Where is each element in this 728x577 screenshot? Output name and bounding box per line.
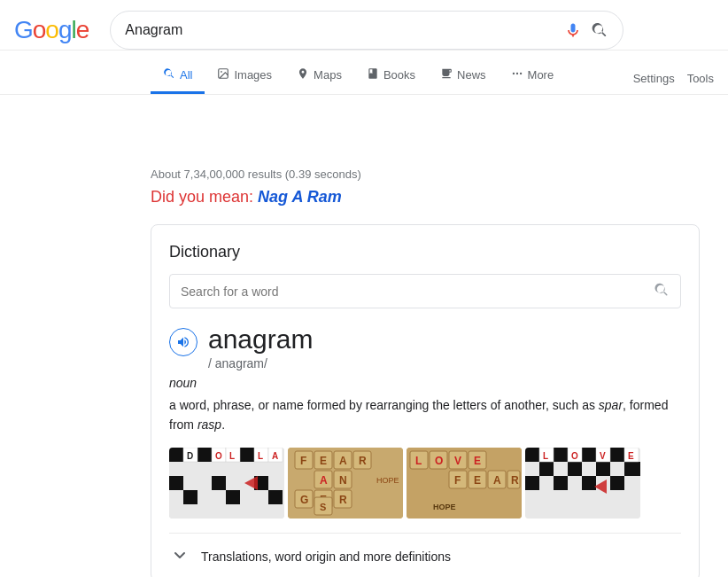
tab-all-label: All	[180, 68, 192, 82]
tab-books[interactable]: Books	[354, 58, 428, 94]
definition-end: .	[221, 417, 225, 432]
word-image-1[interactable]: D O L L A	[169, 448, 284, 519]
svg-text:E: E	[474, 474, 481, 487]
search-input[interactable]	[125, 22, 564, 38]
svg-text:N: N	[339, 474, 347, 487]
tab-news[interactable]: News	[428, 58, 499, 94]
images-tab-icon	[217, 67, 229, 82]
svg-text:O: O	[571, 451, 578, 461]
tab-books-label: Books	[383, 68, 415, 82]
word-image-4[interactable]: L O V E	[525, 448, 640, 519]
svg-rect-8	[240, 448, 254, 462]
svg-rect-75	[525, 476, 539, 490]
svg-point-3	[515, 73, 517, 74]
tab-images[interactable]: Images	[205, 58, 284, 94]
dictionary-card: Dictionary anagram / anagram/ noun	[151, 224, 700, 577]
translations-row[interactable]: Translations, word origin and more defin…	[169, 533, 681, 577]
books-tab-icon	[367, 67, 379, 82]
scrabble-svg-3: L O V E F E A R HOPE	[407, 448, 522, 519]
svg-rect-10	[212, 476, 226, 490]
tab-maps-label: Maps	[314, 68, 342, 82]
svg-text:A: A	[272, 451, 278, 461]
svg-text:A: A	[320, 474, 328, 487]
tab-more-label: More	[528, 68, 554, 82]
svg-rect-68	[554, 448, 568, 462]
logo-o1: o	[33, 16, 46, 43]
tab-all[interactable]: All	[151, 58, 205, 94]
word-image-3[interactable]: L O V E F E A R HOPE	[407, 448, 522, 519]
word-entry: anagram / anagram/	[169, 324, 681, 370]
logo-e: e	[76, 16, 89, 43]
google-logo[interactable]: Google	[14, 16, 89, 44]
svg-rect-77	[582, 476, 596, 490]
speaker-icon	[176, 335, 190, 349]
svg-text:E: E	[320, 455, 327, 467]
news-tab-icon	[440, 67, 453, 82]
word-image-2[interactable]: F E A R A N G E	[288, 448, 403, 519]
svg-rect-74	[624, 462, 640, 476]
tools-link[interactable]: Tools	[687, 72, 714, 85]
logo-g2: g	[58, 16, 72, 43]
results-info: About 7,34,00,000 results (0.39 seconds)	[151, 157, 728, 188]
definition-text: a word, phrase, or name formed by rearra…	[169, 398, 599, 412]
svg-text:L: L	[229, 451, 235, 461]
logo-g: G	[14, 16, 33, 43]
example-word-2: rasp	[197, 417, 221, 432]
tab-maps[interactable]: Maps	[284, 58, 354, 94]
crossword-svg-4: L O V E	[525, 448, 640, 519]
svg-text:HOPE: HOPE	[376, 476, 399, 485]
crossword-svg-1: D O L L A	[169, 448, 284, 519]
svg-text:L: L	[415, 455, 422, 467]
word-headword: anagram	[208, 324, 313, 355]
svg-rect-67	[525, 448, 539, 462]
svg-text:HOPE: HOPE	[433, 503, 456, 511]
search-icons	[564, 21, 608, 39]
svg-text:R: R	[511, 474, 519, 487]
svg-text:D: D	[187, 451, 193, 461]
speak-button[interactable]	[169, 328, 197, 356]
dict-search-icon	[654, 282, 670, 298]
svg-rect-7	[197, 448, 212, 462]
tab-images-label: Images	[234, 68, 272, 82]
word-definition: a word, phrase, or name formed by rearra…	[169, 395, 674, 435]
chevron-down-icon	[169, 544, 190, 570]
word-images-row: D O L L A F E A	[169, 448, 681, 519]
search-bar[interactable]	[110, 11, 623, 50]
svg-point-1	[221, 71, 223, 73]
maps-tab-icon	[297, 67, 309, 82]
svg-text:R: R	[359, 455, 367, 467]
dictionary-search-input[interactable]	[181, 285, 654, 299]
header: Google	[0, 0, 728, 51]
settings-link[interactable]: Settings	[633, 72, 675, 85]
scrabble-svg-2: F E A R A N G E	[288, 448, 403, 519]
svg-text:O: O	[215, 451, 222, 461]
svg-rect-72	[568, 462, 582, 476]
mic-icon[interactable]	[564, 21, 582, 39]
nav-tabs: All Images Maps	[151, 53, 566, 94]
tab-more[interactable]: More	[499, 58, 567, 94]
search-tab-icon	[163, 67, 175, 82]
svg-text:E: E	[474, 455, 481, 467]
example-word-1: spar	[599, 398, 623, 412]
svg-rect-73	[596, 462, 610, 476]
svg-text:V: V	[600, 451, 606, 461]
search-icon[interactable]	[591, 21, 608, 39]
svg-rect-69	[582, 448, 596, 462]
svg-text:O: O	[435, 455, 443, 467]
svg-text:V: V	[454, 455, 461, 467]
svg-rect-78	[610, 476, 624, 490]
svg-rect-70	[610, 448, 624, 462]
svg-text:L: L	[258, 451, 263, 461]
nav-row: All Images Maps	[0, 53, 728, 95]
did-you-mean-prefix: Did you mean:	[151, 188, 258, 206]
dictionary-search-button[interactable]	[654, 282, 670, 300]
svg-rect-76	[554, 476, 568, 490]
did-you-mean-link[interactable]: Nag A Ram	[258, 188, 342, 206]
dictionary-search-bar[interactable]	[169, 274, 681, 308]
svg-text:E: E	[628, 451, 634, 461]
word-part-of-speech: noun	[169, 376, 681, 390]
svg-rect-71	[539, 462, 554, 476]
translations-label: Translations, word origin and more defin…	[201, 550, 451, 564]
svg-text:A: A	[493, 474, 501, 487]
svg-text:R: R	[339, 494, 347, 506]
